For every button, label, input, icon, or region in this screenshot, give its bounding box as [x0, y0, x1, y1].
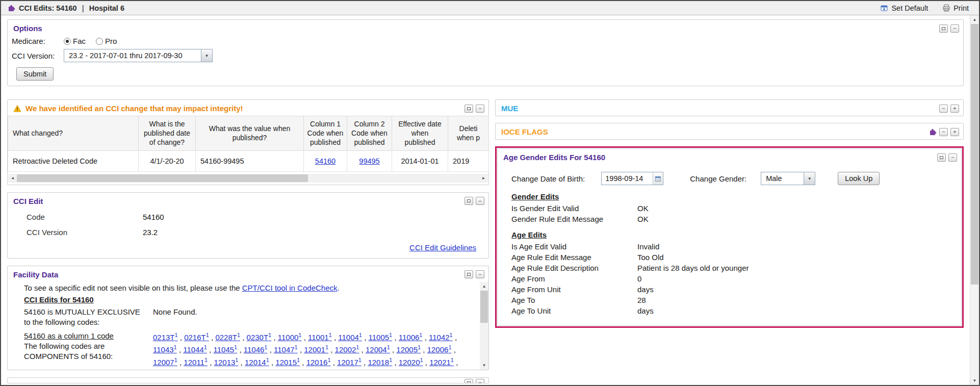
restore-button[interactable] [939, 24, 948, 33]
expand-button[interactable]: + [950, 105, 959, 113]
code-superscript[interactable]: 1 [236, 369, 239, 370]
minimize-button[interactable]: − [476, 270, 484, 278]
edit-result-row: Age From 0 [511, 274, 951, 283]
dropdown-arrow-icon[interactable]: ▼ [201, 49, 212, 62]
minimize-button[interactable]: − [476, 105, 484, 113]
dropdown-arrow-icon[interactable]: ▼ [804, 172, 815, 185]
component-code-link[interactable]: 110001 [278, 333, 302, 342]
expand-button[interactable]: + [950, 128, 959, 136]
scrollbar-track[interactable] [17, 174, 479, 183]
component-code-link[interactable]: 0230T1 [247, 333, 272, 342]
component-code-link[interactable]: 110051 [369, 333, 393, 342]
edit-result-value: Patient is 28 days old or younger [637, 264, 749, 272]
restore-button[interactable] [937, 153, 946, 162]
submit-button[interactable]: Submit [16, 67, 54, 81]
horizontal-scrollbar[interactable]: ◄ ► [8, 174, 488, 183]
medicare-pro-radio[interactable]: Pro [96, 37, 117, 45]
components-code-list: 0213T1 , 0216T1 , 0228T1 , 0230T1 , [153, 331, 475, 370]
options-panel-title: Options [13, 24, 42, 33]
age-edits-rows: Is Age Edit Valid Invalid Age Rule Edit … [511, 242, 951, 315]
scroll-left-button[interactable]: ◄ [8, 174, 17, 183]
column1-label-line2: COMPONENTS of 54160: [24, 351, 153, 362]
component-code-link[interactable]: 120021 [335, 345, 359, 354]
component-code-link[interactable]: 110471 [274, 345, 298, 354]
page-scrollbar[interactable]: ▲ ▼ [970, 15, 979, 385]
scroll-down-button[interactable]: ▼ [480, 361, 488, 370]
code-superscript[interactable]: 1 [174, 369, 177, 370]
medicare-fac-radio[interactable]: Fac [64, 37, 86, 45]
component-code-link[interactable]: 120201 [399, 358, 423, 367]
component-code-link[interactable]: 120141 [245, 358, 269, 367]
component-code-link[interactable]: 120151 [275, 358, 300, 367]
gender-select-value: Male [761, 172, 804, 185]
edit-result-value: 0 [637, 274, 641, 283]
component-code-link[interactable]: 120131 [214, 358, 239, 367]
code-superscript[interactable]: 1 [205, 369, 208, 370]
component-code-link[interactable]: 120051 [396, 345, 421, 354]
scroll-down-button[interactable]: ▼ [970, 376, 979, 385]
column1-code-link[interactable]: 54160 [315, 157, 336, 165]
minimize-button[interactable]: − [950, 24, 959, 33]
component-code-link[interactable]: 0213T1 [153, 333, 178, 342]
scroll-up-button[interactable]: ▲ [480, 282, 488, 291]
cci-edit-panel-buttons: − [465, 197, 484, 205]
code-separator: , [453, 333, 457, 342]
component-code-link[interactable]: 120211 [429, 358, 454, 367]
edit-result-value: Invalid [637, 242, 659, 251]
component-code-link[interactable]: 120181 [368, 358, 392, 367]
minimize-button[interactable]: − [939, 105, 948, 113]
scrollbar-track[interactable] [970, 24, 979, 376]
scrollbar-track[interactable] [480, 291, 488, 361]
restore-button[interactable] [465, 379, 473, 383]
minimize-button[interactable]: − [939, 128, 948, 136]
component-code-link[interactable]: 120041 [366, 345, 390, 354]
ioce-flags-panel-header[interactable]: IOCE FLAGS − + [496, 123, 963, 139]
code-item: 120141 , [245, 358, 275, 367]
calendar-button[interactable] [653, 172, 663, 185]
gender-select[interactable]: Male ▼ [761, 172, 815, 185]
dob-input[interactable] [602, 172, 653, 185]
chevron-down-icon: ▼ [808, 176, 812, 181]
puzzle-icon [7, 4, 15, 12]
component-code-link[interactable]: 120111 [184, 358, 208, 367]
scrollbar-thumb[interactable] [17, 174, 308, 182]
code-superscript[interactable]: 1 [267, 369, 270, 370]
cci-edit-guidelines-link[interactable]: CCI Edit Guidelines [409, 243, 476, 252]
component-code-link[interactable]: 110451 [214, 345, 238, 354]
component-code-link[interactable]: 120011 [304, 345, 328, 354]
scroll-up-button[interactable]: ▲ [970, 15, 979, 24]
component-code-link[interactable]: 110441 [183, 345, 207, 354]
scrollbar-thumb[interactable] [971, 24, 978, 285]
code-item: 0216T1 , [184, 333, 215, 342]
mue-panel-header[interactable]: MUE − + [496, 100, 963, 116]
minimize-button[interactable]: − [476, 197, 484, 205]
scroll-right-button[interactable]: ► [479, 174, 488, 183]
scrollbar-thumb[interactable] [480, 291, 488, 323]
restore-button[interactable] [465, 270, 473, 278]
minimize-button[interactable]: − [948, 153, 957, 162]
component-code-link[interactable]: 110011 [308, 333, 332, 342]
cci-version-select[interactable]: 23.2 - 2017-07-01 thru 2017-09-30 ▼ [64, 49, 213, 62]
component-code-link[interactable]: 110421 [429, 333, 453, 342]
component-code-link[interactable]: 120071 [153, 358, 177, 367]
minimize-button[interactable]: − [476, 379, 484, 383]
look-up-button[interactable]: Look Up [838, 172, 880, 185]
print-button[interactable]: Print [942, 4, 969, 12]
column2-code-link[interactable]: 99495 [359, 157, 379, 165]
restore-button[interactable] [465, 197, 473, 205]
set-default-button[interactable]: Set Default [880, 4, 928, 12]
component-code-link[interactable]: 120171 [337, 358, 362, 367]
component-code-link[interactable]: 110041 [338, 333, 362, 342]
component-code-link[interactable]: 120061 [427, 345, 452, 354]
component-code-link[interactable]: 0216T1 [184, 333, 209, 342]
component-code-link[interactable]: 0228T1 [215, 333, 240, 342]
component-code-link[interactable]: 110061 [399, 333, 423, 342]
codecheck-tool-link[interactable]: CPT/CCI tool in CodeCheck [242, 284, 338, 292]
cci-change-panel: We have identified an CCI change that ma… [7, 99, 489, 185]
facility-vertical-scrollbar[interactable]: ▲ ▼ [480, 282, 488, 370]
component-code-link[interactable]: 120161 [306, 358, 331, 367]
code-separator: , [332, 333, 339, 342]
restore-button[interactable] [465, 105, 473, 113]
component-code-link[interactable]: 110431 [153, 345, 177, 354]
component-code-link[interactable]: 110461 [244, 345, 268, 354]
